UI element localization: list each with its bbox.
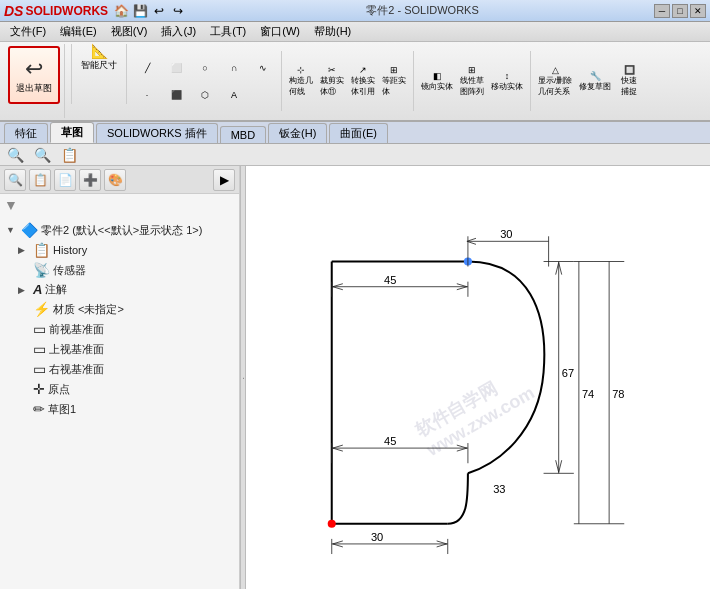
right-curve [468,262,544,474]
ribbon-tab-特征[interactable]: 特征 [4,123,48,143]
menu-item-视图V[interactable]: 视图(V) [105,23,154,40]
menu-item-插入J[interactable]: 插入(J) [155,23,202,40]
repair-btn[interactable]: 🔧 修复草图 [576,68,614,94]
tree-root[interactable]: ▼ 🔷 零件2 (默认<<默认>显示状态 1>) [2,220,237,240]
repair-icon: 🔧 [590,71,601,81]
ribbon-divider-5 [530,51,531,111]
move-label: 移动实体 [491,81,523,92]
circle-btn[interactable]: ○ [191,55,219,81]
part-name: 零件2 (默认<<默认>显示状态 1>) [41,223,202,238]
slot-btn[interactable]: ⬛ [162,82,190,108]
linear-pattern-icon: ⊞ [468,65,476,75]
ribbon-divider-3 [281,51,282,111]
rect-btn[interactable]: ⬜ [162,55,190,81]
search-icon-1[interactable]: 🔍 [4,147,27,163]
quick-access-toolbar: 🏠 💾 ↩ ↪ [108,2,191,20]
minimize-btn[interactable]: ─ [654,4,670,18]
construct-icon: ⊹ [297,65,305,75]
home-btn[interactable]: 🏠 [112,2,130,20]
text-btn[interactable]: A [220,82,248,108]
quick-snap-icon: 🔲 [624,65,635,75]
sketch1-icon: ✏ [33,401,45,417]
dim-30-bot-text: 30 [371,531,383,543]
ribbon-divider-4 [413,51,414,111]
pattern-row1: ◧ 镜向实体 ⊞ 线性草图阵列 ↕ 移动实体 [418,68,526,94]
dim-30-bot-arr-r1 [437,541,447,544]
search-bar: 🔍 🔍 📋 [0,144,710,166]
trim-btn[interactable]: ✂ 裁剪实体⑪ [317,68,347,94]
polygon-btn[interactable]: ⬡ [191,82,219,108]
material-icon: ⚡ [33,301,50,317]
edit-row1: ⊹ 构造几何线 ✂ 裁剪实体⑪ ↗ 转换实体引用 ⊞ 等距实体 [286,68,409,94]
tree-item-annotation[interactable]: ▶ A 注解 [2,280,237,299]
point-icon: · [146,90,149,100]
sensor-expander [18,265,30,275]
mirror-label: 镜向实体 [421,81,453,92]
mirror-btn[interactable]: ◧ 镜向实体 [418,68,456,94]
linear-pattern-btn[interactable]: ⊞ 线性草图阵列 [457,68,487,94]
save-btn[interactable]: 💾 [131,2,149,20]
construct-label: 构造几何线 [289,75,313,97]
ribbon-tab-SOLIDWORKS 插件[interactable]: SOLIDWORKS 插件 [96,123,218,143]
dim-45-bot-text: 45 [384,435,396,447]
sensor-icon: 📡 [33,262,50,278]
arc-icon: ∩ [231,63,237,73]
ribbon-tab-MBD[interactable]: MBD [220,126,266,143]
point-btn[interactable]: · [133,82,161,108]
dim-45-bot-arr-r2 [457,448,467,451]
dim-45-top-arr-r1 [457,284,467,287]
panel-btn-search[interactable]: 🔍 [4,169,26,191]
quick-snap-btn[interactable]: 🔲 快速捕捉 [615,68,643,94]
tree-item-right-plane[interactable]: ▭ 右视基准面 [2,359,237,379]
convert-btn[interactable]: ↗ 转换实体引用 [348,68,378,94]
sketch1-label: 草图1 [48,402,76,417]
tree-item-top-plane[interactable]: ▭ 上视基准面 [2,339,237,359]
exit-sketch-button[interactable]: ↩ 退出草图 [8,46,60,104]
search-icon-2[interactable]: 🔍 [31,147,54,163]
circle-icon: ○ [202,63,207,73]
linear-pattern-label: 线性草图阵列 [460,75,484,97]
top-plane-expander [18,344,30,354]
tree-item-front-plane[interactable]: ▭ 前视基准面 [2,319,237,339]
menu-item-文件F[interactable]: 文件(F) [4,23,52,40]
arc-btn[interactable]: ∩ [220,55,248,81]
tree-item-material[interactable]: ⚡ 材质 <未指定> [2,299,237,319]
smart-dim-button[interactable]: 📐 智能尺寸 [78,44,120,70]
menu-item-工具T[interactable]: 工具(T) [204,23,252,40]
undo-btn[interactable]: ↩ [150,2,168,20]
exit-sketch-label: 退出草图 [16,84,52,94]
dim-74-text: 74 [582,388,594,400]
ribbon-tab-草图[interactable]: 草图 [50,122,94,143]
panel-btn-add[interactable]: ➕ [79,169,101,191]
menu-item-帮助H[interactable]: 帮助(H) [308,23,357,40]
ribbon-divider-1 [71,44,72,104]
convert-icon: ↗ [359,65,367,75]
results-icon[interactable]: 📋 [58,147,81,163]
panel-btn-clipboard[interactable]: 📋 [29,169,51,191]
tree-item-sensor[interactable]: 📡 传感器 [2,260,237,280]
tree-item-history[interactable]: ▶ 📋 History [2,240,237,260]
panel-btn-color[interactable]: 🎨 [104,169,126,191]
move-btn[interactable]: ↕ 移动实体 [488,68,526,94]
ribbon-tab-曲面(E)[interactable]: 曲面(E) [329,123,388,143]
panel-btn-doc[interactable]: 📄 [54,169,76,191]
menu-item-窗口W[interactable]: 窗口(W) [254,23,306,40]
tree-item-sketch1[interactable]: ✏ 草图1 [2,399,237,419]
draw-row2: · ⬛ ⬡ A [133,82,277,108]
construct-btn[interactable]: ⊹ 构造几何线 [286,68,316,94]
drawing-canvas[interactable]: 软件自学网www.zxw.com 30 [246,166,710,589]
offset-btn[interactable]: ⊞ 等距实体 [379,68,409,94]
tree-item-origin[interactable]: ✛ 原点 [2,379,237,399]
show-relations-btn[interactable]: △ 显示/删除几何关系 [535,68,575,94]
panel-btn-expand[interactable]: ▶ [213,169,235,191]
smart-dim-label: 智能尺寸 [81,59,117,72]
spline-btn[interactable]: ∿ [249,55,277,81]
ribbon-tab-钣金(H)[interactable]: 钣金(H) [268,123,327,143]
origin-expander [18,384,30,394]
menu-item-编辑E[interactable]: 编辑(E) [54,23,103,40]
line-btn[interactable]: ╱ [133,55,161,81]
dim-30-bot-arr-l1 [333,541,343,544]
close-btn[interactable]: ✕ [690,4,706,18]
maximize-btn[interactable]: □ [672,4,688,18]
redo-btn[interactable]: ↪ [169,2,187,20]
